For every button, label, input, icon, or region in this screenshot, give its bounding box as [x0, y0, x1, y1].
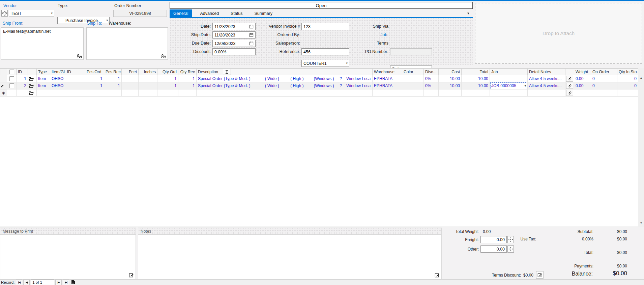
- cell-detail-notes[interactable]: Allow 4-5 weeks...: [528, 82, 565, 89]
- folder-icon[interactable]: [29, 77, 36, 81]
- row-height-icon[interactable]: [223, 69, 231, 75]
- scroll-up-icon[interactable]: ▲: [638, 75, 644, 81]
- paperclip-icon[interactable]: [566, 83, 573, 89]
- folder-icon[interactable]: [29, 84, 36, 88]
- other-field[interactable]: 0.00: [480, 245, 507, 253]
- cell-feet[interactable]: [122, 89, 139, 97]
- cell-qty-in-stock[interactable]: [617, 89, 638, 97]
- cell-weight[interactable]: 0.00: [574, 82, 591, 89]
- due-date-field[interactable]: 12/08/2023: [212, 40, 256, 47]
- cell-qty-ord[interactable]: [157, 89, 178, 97]
- chevron-down-icon[interactable]: ▾: [467, 11, 469, 16]
- record-last-button[interactable]: ▶|: [63, 280, 69, 285]
- cell-cost[interactable]: 10.00: [439, 75, 462, 82]
- col-pcs-ord[interactable]: Pcs Ord: [85, 69, 104, 75]
- cell-job[interactable]: [490, 75, 528, 82]
- tab-advanced[interactable]: Advanced: [196, 9, 223, 17]
- cell-qty-rec[interactable]: -1: [178, 75, 197, 82]
- cell-disc[interactable]: 0%: [424, 75, 439, 82]
- scroll-down-icon[interactable]: ▼: [638, 220, 644, 226]
- cell-qty-ord[interactable]: 1: [157, 82, 178, 89]
- cell-description[interactable]: Special Order (Type & Mod. )______ ( Wid…: [197, 75, 373, 82]
- tab-general[interactable]: General: [170, 9, 192, 17]
- new-record-icon[interactable]: [71, 280, 75, 285]
- cell-type[interactable]: [37, 89, 50, 97]
- cell-on-order[interactable]: 0: [591, 75, 617, 82]
- record-prev-button[interactable]: ◀: [23, 280, 30, 285]
- col-item-icon[interactable]: [28, 69, 37, 75]
- ship-to-address-box[interactable]: [86, 27, 168, 60]
- cell-weight[interactable]: 0.00: [574, 75, 591, 82]
- cell-qty-rec[interactable]: 1: [178, 82, 197, 89]
- cell-inches[interactable]: [139, 82, 157, 89]
- other-distribute-button[interactable]: [507, 245, 514, 253]
- cell-item-gl-id[interactable]: OHSO: [50, 75, 85, 82]
- item-open-cell[interactable]: [28, 75, 37, 82]
- cell-pcs-ord[interactable]: [85, 89, 104, 97]
- cell-attachment[interactable]: [565, 89, 574, 97]
- cell-job[interactable]: JOB-0000005 ▾: [490, 82, 528, 89]
- cell-id[interactable]: 1: [17, 75, 28, 82]
- add-vendor-button[interactable]: [1, 10, 8, 17]
- cell-pcs-ord[interactable]: 1: [85, 82, 104, 89]
- message-to-print-body[interactable]: [0, 234, 136, 279]
- cell-disc[interactable]: [424, 89, 439, 97]
- record-first-button[interactable]: |◀: [16, 280, 22, 285]
- cell-feet[interactable]: [122, 82, 139, 89]
- select-all-header[interactable]: [7, 69, 17, 75]
- tab-summary[interactable]: Summary: [251, 9, 276, 17]
- cell-color[interactable]: [402, 82, 424, 89]
- row-select-cell[interactable]: [7, 89, 17, 97]
- contact-card-icon[interactable]: [161, 54, 166, 58]
- cell-on-order[interactable]: [591, 89, 617, 97]
- col-total[interactable]: Total: [462, 69, 490, 75]
- col-inches[interactable]: Inches: [139, 69, 157, 75]
- item-open-cell[interactable]: [28, 89, 37, 97]
- cell-color[interactable]: [402, 75, 424, 82]
- cell-detail-notes[interactable]: [528, 89, 565, 97]
- cell-detail-notes[interactable]: Allow 4-5 weeks...: [528, 75, 565, 82]
- cell-pcs-ord[interactable]: 1: [85, 75, 104, 82]
- row-select-cell[interactable]: [7, 75, 17, 82]
- col-type[interactable]: Type: [37, 69, 50, 75]
- notes-body[interactable]: [138, 234, 442, 279]
- discount-field[interactable]: 0.00%: [212, 48, 256, 55]
- col-job[interactable]: Job: [490, 69, 528, 75]
- row-checkbox[interactable]: [9, 83, 14, 88]
- cell-id[interactable]: [17, 89, 28, 97]
- cell-warehouse[interactable]: [373, 89, 402, 97]
- freight-field[interactable]: 0.00: [480, 236, 507, 243]
- row-checkbox[interactable]: [9, 76, 14, 81]
- cell-disc[interactable]: 0%: [424, 82, 439, 89]
- job-cell-select[interactable]: JOB-0000005 ▾: [490, 82, 527, 89]
- contact-card-icon[interactable]: [77, 54, 82, 58]
- cell-warehouse[interactable]: EPHRATA: [373, 82, 402, 89]
- cell-pcs-rec[interactable]: [104, 89, 122, 97]
- cell-cost[interactable]: [439, 89, 462, 97]
- cell-qty-in-stock[interactable]: 0: [617, 82, 638, 89]
- ordered-by-select[interactable]: COUNTER1 ▾: [301, 60, 349, 67]
- cell-attachment[interactable]: [565, 75, 574, 82]
- col-on-order[interactable]: On Order: [591, 69, 617, 75]
- po-number-field[interactable]: [390, 48, 432, 55]
- col-color[interactable]: Color: [402, 69, 424, 75]
- drop-to-attach-zone[interactable]: Drop to Attach: [475, 3, 642, 64]
- terms-discount-edit-button[interactable]: [536, 271, 544, 279]
- cell-qty-in-stock[interactable]: 0: [617, 75, 638, 82]
- vendor-invoice-field[interactable]: 123: [301, 23, 349, 30]
- paperclip-icon[interactable]: [566, 76, 573, 82]
- cell-qty-ord[interactable]: 1: [157, 75, 178, 82]
- cell-type[interactable]: Item: [37, 75, 50, 82]
- col-id[interactable]: ID: [17, 69, 28, 75]
- col-qty-in-stock[interactable]: Qty In Sto...: [617, 69, 638, 75]
- cell-inches[interactable]: [139, 75, 157, 82]
- vendor-select[interactable]: TEST ▾: [9, 10, 54, 17]
- select-all-checkbox[interactable]: [9, 70, 14, 74]
- cell-inches[interactable]: [139, 89, 157, 97]
- row-select-cell[interactable]: [7, 82, 17, 89]
- record-position-input[interactable]: 1 of 1: [31, 280, 54, 285]
- col-pcs-rec[interactable]: Pcs Rec: [104, 69, 122, 75]
- cell-pcs-rec[interactable]: 1: [104, 82, 122, 89]
- cell-total[interactable]: -10.00: [462, 75, 490, 82]
- cell-item-gl-id[interactable]: OHSO: [50, 82, 85, 89]
